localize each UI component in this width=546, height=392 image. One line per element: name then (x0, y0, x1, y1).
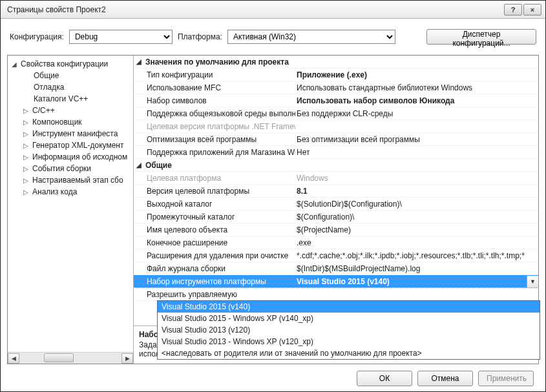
property-row[interactable]: Конечное расширение.exe (134, 236, 538, 249)
group-header[interactable]: ◢Значения по умолчанию для проекта (134, 56, 538, 68)
tree-linker[interactable]: ▷Компоновщик (8, 116, 133, 128)
property-label: Конечное расширение (134, 238, 295, 247)
property-value: Нет (295, 148, 538, 157)
apply-button[interactable]: Применить (478, 371, 534, 386)
property-row[interactable]: Расширения для удаления при очистке*.cdf… (134, 249, 538, 262)
property-label: Файл журнала сборки (134, 264, 295, 273)
scroll-left-icon[interactable]: ◀ (8, 353, 19, 364)
tree-custom[interactable]: ▷Настраиваемый этап сбо (8, 174, 133, 186)
tree: ◢Свойства конфигурации Общие Отладка Кат… (8, 56, 133, 352)
property-label: Целевая версия платформы .NET Framewo (134, 122, 295, 131)
help-button[interactable]: ? (504, 4, 522, 15)
property-row[interactable]: Разрешить управляемую (134, 288, 538, 301)
property-row[interactable]: Целевая версия платформы .NET Framewo (134, 120, 538, 133)
property-row[interactable]: Набор символовИспользовать набор символо… (134, 94, 538, 107)
config-select[interactable]: Debug (69, 30, 173, 44)
property-label: Поддержка приложений для Магазина Wi (134, 148, 295, 157)
property-row[interactable]: Поддержка общеязыковой среды выполнБез п… (134, 107, 538, 120)
property-label: Имя целевого объекта (134, 225, 295, 234)
property-value: $(SolutionDir)$(Configuration)\ (295, 200, 538, 209)
dropdown-item[interactable]: Visual Studio 2013 (v120) (158, 324, 540, 336)
sidebar-scrollbar[interactable]: ◀ ▶ (8, 352, 133, 364)
scroll-right-icon[interactable]: ▶ (121, 353, 133, 364)
property-value: $(ProjectName) (295, 225, 538, 234)
property-row[interactable]: Целевая платформаWindows (134, 172, 538, 185)
config-label: Конфигурация: (10, 32, 64, 41)
tree-events[interactable]: ▷События сборки (8, 163, 133, 174)
property-row[interactable]: Тип конфигурацииПриложение (.exe) (134, 68, 538, 81)
property-label: Расширения для удаления при очистке (134, 251, 295, 260)
tree-vcdirs[interactable]: Каталоги VC++ (8, 93, 133, 105)
tree-analysis[interactable]: ▷Анализ кода (8, 186, 133, 198)
ok-button[interactable]: ОК (357, 371, 412, 386)
scroll-thumb[interactable] (44, 353, 74, 362)
property-row[interactable]: Промежуточный каталог$(Configuration)\ (134, 211, 538, 223)
footer: ОК Отмена Применить (7, 364, 539, 387)
config-row: Конфигурация: Debug Платформа: Активная … (7, 25, 539, 48)
property-label: Целевая платформа (134, 174, 295, 183)
window-title: Страницы свойств Проект2 (5, 5, 504, 14)
tree-xml[interactable]: ▷Генератор XML-документ (8, 139, 133, 151)
tree-manifest[interactable]: ▷Инструмент манифеста (8, 128, 133, 139)
dropdown-item[interactable]: Visual Studio 2015 (v140) (158, 301, 540, 313)
property-value: Windows (295, 174, 538, 183)
property-value: *.cdf;*.cache;*.obj;*.ilk;*.ipdb;*.iobj;… (295, 251, 538, 260)
property-value: Использовать стандартные библиотеки Wind… (295, 83, 538, 92)
cancel-button[interactable]: Отмена (417, 371, 473, 386)
property-label: Промежуточный каталог (134, 212, 295, 222)
property-value: .exe (295, 238, 538, 247)
config-manager-button[interactable]: Диспетчер конфигураций... (426, 29, 536, 45)
dropdown-item[interactable]: Visual Studio 2013 - Windows XP (v120_xp… (158, 336, 540, 347)
property-row[interactable]: Имя целевого объекта$(ProjectName) (134, 223, 538, 236)
platform-select[interactable]: Активная (Win32) (227, 30, 395, 44)
titlebar: Страницы свойств Проект2 ? × (1, 1, 545, 19)
property-label: Оптимизация всей программы (134, 135, 295, 144)
property-value: 8.1 (295, 187, 538, 196)
toolset-dropdown[interactable]: Visual Studio 2015 (v140)Visual Studio 2… (157, 300, 540, 360)
property-value: Приложение (.exe) (295, 70, 538, 79)
scroll-track[interactable] (19, 353, 121, 364)
tree-debug[interactable]: Отладка (8, 81, 133, 93)
tree-source[interactable]: ▷Информация об исходном (8, 151, 133, 163)
property-row[interactable]: Выходной каталог$(SolutionDir)$(Configur… (134, 198, 538, 211)
property-row[interactable]: Оптимизация всей программыБез оптимизаци… (134, 133, 538, 146)
property-value: $(IntDir)$(MSBuildProjectName).log (295, 264, 538, 273)
tree-cpp[interactable]: ▷C/C++ (8, 105, 133, 116)
dropdown-caret-icon[interactable]: ▼ (527, 276, 538, 287)
tree-general[interactable]: Общие (8, 70, 133, 81)
property-value: Без оптимизации всей программы (295, 135, 538, 144)
property-label: Поддержка общеязыковой среды выполн (134, 109, 295, 118)
close-button[interactable]: × (523, 4, 541, 15)
property-label: Набор символов (134, 96, 295, 105)
property-label: Использование MFC (134, 83, 295, 92)
sidebar: ◢Свойства конфигурации Общие Отладка Кат… (8, 56, 134, 364)
property-value: $(Configuration)\ (295, 212, 538, 222)
property-row[interactable]: Набор инструментов платформыVisual Studi… (134, 275, 538, 288)
property-label: Разрешить управляемую (134, 290, 295, 299)
property-label: Набор инструментов платформы (134, 277, 295, 286)
property-row[interactable]: Версия целевой платформы8.1 (134, 185, 538, 198)
tree-root[interactable]: ◢Свойства конфигурации (8, 58, 133, 70)
dropdown-item[interactable]: <наследовать от родителя или от значений… (158, 347, 540, 359)
property-value: Visual Studio 2015 (v140) (295, 277, 527, 286)
property-row[interactable]: Использование MFCИспользовать стандартны… (134, 81, 538, 94)
property-label: Тип конфигурации (134, 70, 295, 79)
property-row[interactable]: Файл журнала сборки$(IntDir)$(MSBuildPro… (134, 262, 538, 275)
platform-label: Платформа: (178, 32, 222, 41)
property-value: Использовать набор символов Юникода (295, 96, 538, 105)
property-row[interactable]: Поддержка приложений для Магазина WiНет (134, 146, 538, 159)
property-label: Выходной каталог (134, 200, 295, 209)
dropdown-item[interactable]: Visual Studio 2015 - Windows XP (v140_xp… (158, 313, 540, 324)
property-label: Версия целевой платформы (134, 187, 295, 196)
property-value: Без поддержки CLR-среды (295, 109, 538, 118)
group-header[interactable]: ◢Общие (134, 159, 538, 172)
